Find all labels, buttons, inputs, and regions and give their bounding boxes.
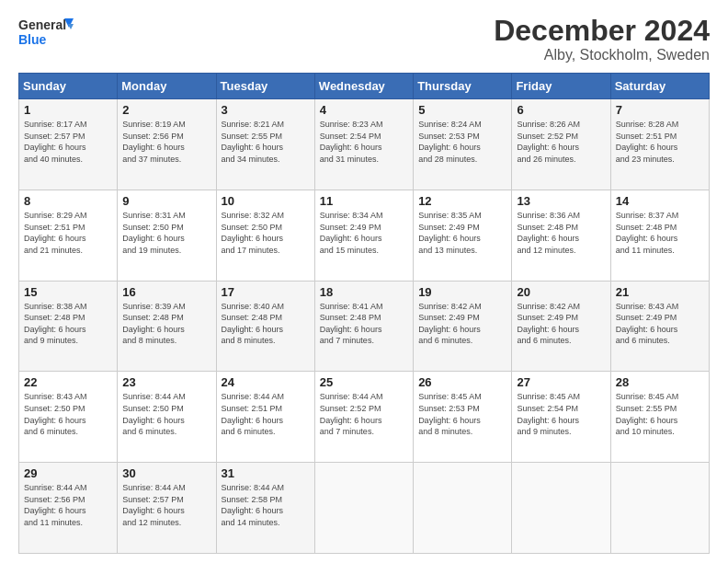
- calendar-cell: 24Sunrise: 8:44 AMSunset: 2:51 PMDayligh…: [216, 372, 314, 463]
- main-title: December 2024: [494, 15, 710, 47]
- calendar-cell: 1Sunrise: 8:17 AMSunset: 2:57 PMDaylight…: [19, 99, 118, 190]
- calendar-cell: [414, 463, 512, 554]
- day-number: 15: [24, 285, 112, 299]
- day-info: Sunrise: 8:19 AMSunset: 2:56 PMDaylight:…: [122, 119, 210, 165]
- day-info: Sunrise: 8:36 AMSunset: 2:48 PMDaylight:…: [517, 210, 605, 256]
- calendar-cell: 22Sunrise: 8:43 AMSunset: 2:50 PMDayligh…: [19, 372, 118, 463]
- calendar-cell: 4Sunrise: 8:23 AMSunset: 2:54 PMDaylight…: [314, 99, 413, 190]
- day-number: 9: [122, 194, 210, 208]
- day-number: 19: [418, 285, 506, 299]
- day-info: Sunrise: 8:28 AMSunset: 2:51 PMDaylight:…: [616, 119, 704, 165]
- day-info: Sunrise: 8:44 AMSunset: 2:50 PMDaylight:…: [122, 391, 210, 437]
- calendar-week-1: 1Sunrise: 8:17 AMSunset: 2:57 PMDaylight…: [19, 99, 710, 190]
- day-number: 23: [122, 375, 210, 389]
- day-number: 20: [517, 285, 605, 299]
- day-number: 12: [418, 194, 506, 208]
- day-number: 18: [320, 285, 408, 299]
- day-info: Sunrise: 8:26 AMSunset: 2:52 PMDaylight:…: [517, 119, 605, 165]
- calendar-cell: 2Sunrise: 8:19 AMSunset: 2:56 PMDaylight…: [118, 99, 216, 190]
- col-friday: Friday: [512, 74, 610, 99]
- calendar-cell: 23Sunrise: 8:44 AMSunset: 2:50 PMDayligh…: [118, 372, 216, 463]
- day-number: 5: [418, 103, 506, 117]
- calendar-cell: 16Sunrise: 8:39 AMSunset: 2:48 PMDayligh…: [118, 281, 216, 372]
- day-info: Sunrise: 8:21 AMSunset: 2:55 PMDaylight:…: [222, 119, 310, 165]
- day-info: Sunrise: 8:34 AMSunset: 2:49 PMDaylight:…: [320, 210, 408, 256]
- calendar-cell: [610, 463, 709, 554]
- day-number: 21: [616, 285, 704, 299]
- day-info: Sunrise: 8:41 AMSunset: 2:48 PMDaylight:…: [320, 301, 408, 347]
- calendar-cell: 30Sunrise: 8:44 AMSunset: 2:57 PMDayligh…: [118, 463, 216, 554]
- day-info: Sunrise: 8:32 AMSunset: 2:50 PMDaylight:…: [222, 210, 310, 256]
- day-info: Sunrise: 8:42 AMSunset: 2:49 PMDaylight:…: [418, 301, 506, 347]
- calendar-cell: 11Sunrise: 8:34 AMSunset: 2:49 PMDayligh…: [314, 190, 413, 281]
- svg-text:General: General: [18, 17, 66, 32]
- calendar-cell: 6Sunrise: 8:26 AMSunset: 2:52 PMDaylight…: [512, 99, 610, 190]
- calendar-body: 1Sunrise: 8:17 AMSunset: 2:57 PMDaylight…: [19, 99, 710, 554]
- day-info: Sunrise: 8:39 AMSunset: 2:48 PMDaylight:…: [122, 301, 210, 347]
- calendar-cell: 28Sunrise: 8:45 AMSunset: 2:55 PMDayligh…: [610, 372, 709, 463]
- calendar-cell: 25Sunrise: 8:44 AMSunset: 2:52 PMDayligh…: [314, 372, 413, 463]
- day-info: Sunrise: 8:17 AMSunset: 2:57 PMDaylight:…: [24, 119, 112, 165]
- day-number: 25: [320, 375, 408, 389]
- calendar-cell: 26Sunrise: 8:45 AMSunset: 2:53 PMDayligh…: [414, 372, 512, 463]
- page: General Blue December 2024 Alby, Stockho…: [0, 0, 728, 563]
- calendar-cell: 9Sunrise: 8:31 AMSunset: 2:50 PMDaylight…: [118, 190, 216, 281]
- day-info: Sunrise: 8:44 AMSunset: 2:52 PMDaylight:…: [320, 391, 408, 437]
- calendar-cell: 17Sunrise: 8:40 AMSunset: 2:48 PMDayligh…: [216, 281, 314, 372]
- day-info: Sunrise: 8:44 AMSunset: 2:58 PMDaylight:…: [222, 482, 310, 528]
- day-number: 11: [320, 194, 408, 208]
- calendar-cell: 18Sunrise: 8:41 AMSunset: 2:48 PMDayligh…: [314, 281, 413, 372]
- col-thursday: Thursday: [414, 74, 512, 99]
- day-info: Sunrise: 8:44 AMSunset: 2:51 PMDaylight:…: [222, 391, 310, 437]
- calendar-cell: 12Sunrise: 8:35 AMSunset: 2:49 PMDayligh…: [414, 190, 512, 281]
- calendar-cell: 14Sunrise: 8:37 AMSunset: 2:48 PMDayligh…: [610, 190, 709, 281]
- calendar-cell: 8Sunrise: 8:29 AMSunset: 2:51 PMDaylight…: [19, 190, 118, 281]
- calendar-cell: 13Sunrise: 8:36 AMSunset: 2:48 PMDayligh…: [512, 190, 610, 281]
- calendar-week-5: 29Sunrise: 8:44 AMSunset: 2:56 PMDayligh…: [19, 463, 710, 554]
- calendar-cell: 19Sunrise: 8:42 AMSunset: 2:49 PMDayligh…: [414, 281, 512, 372]
- day-info: Sunrise: 8:44 AMSunset: 2:57 PMDaylight:…: [122, 482, 210, 528]
- day-number: 13: [517, 194, 605, 208]
- calendar-cell: 15Sunrise: 8:38 AMSunset: 2:48 PMDayligh…: [19, 281, 118, 372]
- logo-svg: General Blue: [18, 15, 74, 53]
- title-section: December 2024 Alby, Stockholm, Sweden: [494, 15, 710, 63]
- day-number: 7: [616, 103, 704, 117]
- day-number: 8: [24, 194, 112, 208]
- day-number: 30: [122, 466, 210, 480]
- day-number: 28: [616, 375, 704, 389]
- calendar-week-3: 15Sunrise: 8:38 AMSunset: 2:48 PMDayligh…: [19, 281, 710, 372]
- day-number: 29: [24, 466, 112, 480]
- header: General Blue December 2024 Alby, Stockho…: [18, 15, 710, 63]
- col-wednesday: Wednesday: [314, 74, 413, 99]
- calendar-cell: 7Sunrise: 8:28 AMSunset: 2:51 PMDaylight…: [610, 99, 709, 190]
- day-number: 17: [222, 285, 310, 299]
- calendar-header: Sunday Monday Tuesday Wednesday Thursday…: [19, 74, 710, 99]
- day-number: 14: [616, 194, 704, 208]
- day-info: Sunrise: 8:45 AMSunset: 2:55 PMDaylight:…: [616, 391, 704, 437]
- calendar-cell: [314, 463, 413, 554]
- calendar-cell: 29Sunrise: 8:44 AMSunset: 2:56 PMDayligh…: [19, 463, 118, 554]
- calendar-cell: 10Sunrise: 8:32 AMSunset: 2:50 PMDayligh…: [216, 190, 314, 281]
- day-number: 31: [222, 466, 310, 480]
- day-number: 10: [222, 194, 310, 208]
- day-info: Sunrise: 8:23 AMSunset: 2:54 PMDaylight:…: [320, 119, 408, 165]
- day-number: 3: [222, 103, 310, 117]
- col-monday: Monday: [118, 74, 216, 99]
- calendar-cell: 5Sunrise: 8:24 AMSunset: 2:53 PMDaylight…: [414, 99, 512, 190]
- day-info: Sunrise: 8:38 AMSunset: 2:48 PMDaylight:…: [24, 301, 112, 347]
- day-info: Sunrise: 8:31 AMSunset: 2:50 PMDaylight:…: [122, 210, 210, 256]
- calendar-cell: 27Sunrise: 8:45 AMSunset: 2:54 PMDayligh…: [512, 372, 610, 463]
- day-info: Sunrise: 8:45 AMSunset: 2:53 PMDaylight:…: [418, 391, 506, 437]
- day-info: Sunrise: 8:40 AMSunset: 2:48 PMDaylight:…: [222, 301, 310, 347]
- day-number: 4: [320, 103, 408, 117]
- col-sunday: Sunday: [19, 74, 118, 99]
- calendar-cell: 20Sunrise: 8:42 AMSunset: 2:49 PMDayligh…: [512, 281, 610, 372]
- col-saturday: Saturday: [610, 74, 709, 99]
- day-info: Sunrise: 8:35 AMSunset: 2:49 PMDaylight:…: [418, 210, 506, 256]
- calendar-cell: [512, 463, 610, 554]
- col-tuesday: Tuesday: [216, 74, 314, 99]
- calendar-week-2: 8Sunrise: 8:29 AMSunset: 2:51 PMDaylight…: [19, 190, 710, 281]
- subtitle: Alby, Stockholm, Sweden: [494, 47, 710, 63]
- day-number: 27: [517, 375, 605, 389]
- calendar-table: Sunday Monday Tuesday Wednesday Thursday…: [18, 73, 710, 554]
